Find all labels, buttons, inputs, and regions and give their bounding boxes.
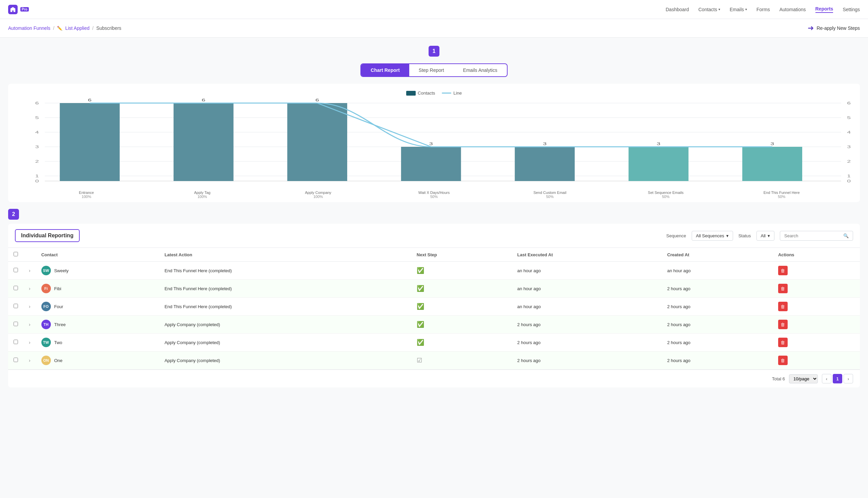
contact-cell-3: TH Three xyxy=(41,320,154,329)
label-apply-company-text: Apply Company xyxy=(260,191,376,195)
next-step-icon-0: ✅ xyxy=(417,267,424,274)
row-checkbox-5[interactable] xyxy=(14,358,18,362)
table-row: › SW Sweety End This Funnel Here (comple… xyxy=(8,262,860,280)
legend-line-box xyxy=(442,93,451,94)
search-input[interactable] xyxy=(784,233,841,238)
contacts-table: Contact Latest Action Next Step Last Exe… xyxy=(8,248,860,369)
delete-btn-2[interactable]: 🗑 xyxy=(778,302,788,311)
label-apply-company: Apply Company 100% xyxy=(260,191,376,199)
col-last-executed: Last Executed At xyxy=(512,248,662,262)
avatar-3: TH xyxy=(41,320,51,329)
created-at-0: an hour ago xyxy=(662,262,773,280)
svg-text:6: 6 xyxy=(315,98,319,102)
next-step-icon-1: ✅ xyxy=(417,285,424,292)
row-checkbox-1[interactable] xyxy=(14,286,18,290)
breadcrumb-automation-funnels[interactable]: Automation Funnels xyxy=(8,25,51,31)
delete-btn-0[interactable]: 🗑 xyxy=(778,266,788,275)
next-step-0: ✅ xyxy=(411,262,512,280)
reapply-button[interactable]: ➜ Re-apply New Steps xyxy=(808,24,860,32)
avatar-5: ON xyxy=(41,356,51,365)
col-created-at: Created At xyxy=(662,248,773,262)
tab-step-report[interactable]: Step Report xyxy=(409,64,454,76)
latest-action-0: End This Funnel Here (completed) xyxy=(159,262,411,280)
col-latest-action: Latest Action xyxy=(159,248,411,262)
status-select[interactable]: All ▾ xyxy=(757,231,774,241)
latest-action-2: End This Funnel Here (completed) xyxy=(159,298,411,316)
tab-chart-report[interactable]: Chart Report xyxy=(361,64,409,76)
sequence-value: All Sequences xyxy=(696,233,724,238)
svg-text:0: 0 xyxy=(847,179,851,183)
bar-apply-company-light xyxy=(287,103,347,181)
delete-btn-3[interactable]: 🗑 xyxy=(778,320,788,329)
row-checkbox-4[interactable] xyxy=(14,340,18,344)
svg-text:5: 5 xyxy=(35,116,39,120)
nav-reports[interactable]: Reports xyxy=(815,6,833,13)
nav-emails[interactable]: Emails ▾ xyxy=(730,7,747,12)
contact-cell-1: Fi Fibi xyxy=(41,284,154,293)
nav-settings[interactable]: Settings xyxy=(843,7,860,12)
sequence-select[interactable]: All Sequences ▾ xyxy=(692,231,733,241)
expand-btn-1[interactable]: › xyxy=(29,286,30,291)
label-wait: Wait X Days/Hours 50% xyxy=(376,191,492,199)
label-set-seq-text: Set Sequence Emails xyxy=(608,191,724,195)
next-step-icon-4: ✅ xyxy=(417,339,424,346)
nav-forms[interactable]: Forms xyxy=(757,7,770,12)
avatar-4: TW xyxy=(41,338,51,347)
bar-set-seq-light xyxy=(629,147,689,181)
expand-btn-5[interactable]: › xyxy=(29,358,30,363)
contact-name-5: One xyxy=(54,358,63,363)
svg-text:6: 6 xyxy=(88,98,92,102)
svg-text:6: 6 xyxy=(35,101,39,105)
bar-wait-light xyxy=(401,147,461,181)
contact-name-3: Three xyxy=(54,322,66,327)
select-all-checkbox[interactable] xyxy=(14,252,18,256)
next-step-icon-5: ☑ xyxy=(417,357,422,364)
label-send-email-text: Send Custom Email xyxy=(492,191,608,195)
avatar-1: Fi xyxy=(41,284,51,293)
last-executed-2: an hour ago xyxy=(512,298,662,316)
expand-btn-3[interactable]: › xyxy=(29,322,30,327)
delete-btn-5[interactable]: 🗑 xyxy=(778,356,788,365)
contact-cell-2: FO Four xyxy=(41,302,154,311)
label-end-funnel-pct: 50% xyxy=(724,195,840,199)
sequence-label: Sequence xyxy=(666,233,686,238)
label-apply-company-pct: 100% xyxy=(260,195,376,199)
last-executed-5: 2 hours ago xyxy=(512,352,662,369)
logo-icon xyxy=(8,5,18,14)
expand-btn-2[interactable]: › xyxy=(29,304,30,309)
breadcrumb-bar: Automation Funnels / ✏️ List Applied / S… xyxy=(0,19,868,38)
tabs-container: Chart Report Step Report Emails Analytic… xyxy=(8,63,860,77)
table-row: › ON One Apply Company (completed) ☑ 2 h… xyxy=(8,352,860,369)
pagination-bar: Total 6 10/page 25/page 50/page ‹ 1 › xyxy=(8,369,860,388)
nav-dashboard[interactable]: Dashboard xyxy=(666,7,689,12)
next-step-icon-3: ✅ xyxy=(417,321,424,328)
next-step-4: ✅ xyxy=(411,333,512,352)
label-entrance-pct: 100% xyxy=(28,195,144,199)
nav-automations[interactable]: Automations xyxy=(779,7,806,12)
svg-text:6: 6 xyxy=(847,101,851,105)
expand-btn-0[interactable]: › xyxy=(29,268,30,273)
page-1-button[interactable]: 1 xyxy=(833,374,842,383)
delete-btn-1[interactable]: 🗑 xyxy=(778,284,788,293)
expand-btn-4[interactable]: › xyxy=(29,340,30,345)
contact-cell-4: TW Two xyxy=(41,338,154,347)
page-size-select[interactable]: 10/page 25/page 50/page xyxy=(789,374,818,383)
row-checkbox-2[interactable] xyxy=(14,304,18,308)
tab-emails-analytics[interactable]: Emails Analytics xyxy=(454,64,507,76)
delete-btn-4[interactable]: 🗑 xyxy=(778,338,788,347)
next-page-button[interactable]: › xyxy=(844,374,853,383)
logo: Pro xyxy=(8,5,29,14)
bar-end-funnel-light xyxy=(742,147,802,181)
next-step-1: ✅ xyxy=(411,280,512,298)
breadcrumb-list-applied[interactable]: List Applied xyxy=(65,25,90,31)
row-checkbox-0[interactable] xyxy=(14,268,18,272)
reapply-label: Re-apply New Steps xyxy=(816,25,860,31)
emails-chevron: ▾ xyxy=(745,8,747,11)
label-entrance: Entrance 100% xyxy=(28,191,144,199)
avatar-0: SW xyxy=(41,266,51,275)
nav-contacts[interactable]: Contacts ▾ xyxy=(698,7,720,12)
row-checkbox-3[interactable] xyxy=(14,322,18,326)
prev-page-button[interactable]: ‹ xyxy=(822,374,831,383)
chart-section: Contacts Line 6 5 4 3 xyxy=(8,84,860,202)
last-executed-1: an hour ago xyxy=(512,280,662,298)
